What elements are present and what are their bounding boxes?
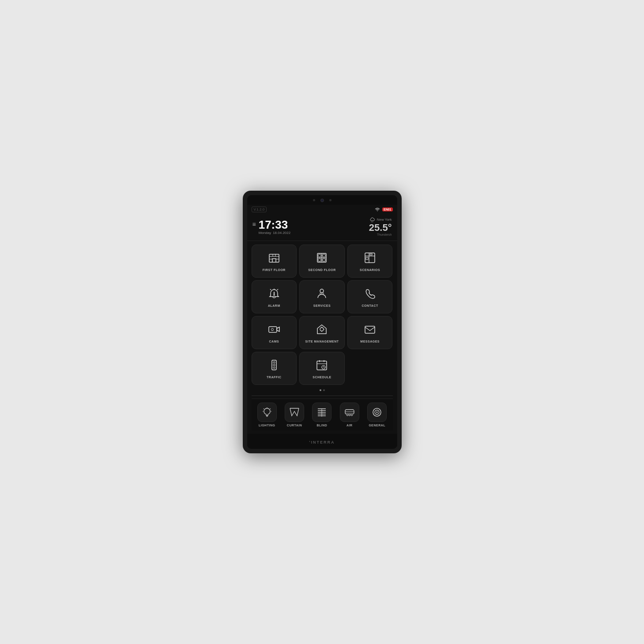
svg-point-31	[320, 328, 324, 331]
header-section: ≡ 17:33 Monday 18.04.2022	[247, 215, 397, 241]
device-frame: V.1.2.0 EN01 ≡ 17:33 Monda	[243, 191, 402, 453]
air-icon	[340, 403, 359, 422]
svg-point-34	[273, 362, 275, 363]
lighting-icon	[257, 403, 277, 422]
svg-rect-13	[323, 254, 325, 257]
curtain-icon	[285, 403, 304, 422]
app-first-floor[interactable]: FIRST FLOOR	[252, 245, 297, 278]
svg-line-46	[270, 409, 271, 409]
app-services[interactable]: SERVICES	[299, 280, 345, 313]
svg-point-35	[273, 364, 275, 366]
blind-label: BLIND	[317, 424, 328, 427]
scenarios-icon	[364, 252, 376, 266]
clock-time: 17:33	[259, 219, 291, 230]
svg-rect-20	[370, 254, 372, 255]
main-content: FIRST FLOOR SECOND	[247, 241, 397, 434]
scenarios-label: SCENARIOS	[360, 268, 380, 271]
traffic-icon	[268, 359, 280, 373]
camera-bar	[247, 195, 397, 205]
alarm-label: ALARM	[268, 304, 280, 307]
weather-section: New York 25.5° Thundersh	[369, 217, 392, 236]
status-icons: EN01	[374, 207, 393, 213]
messages-label: MESSAGES	[360, 340, 380, 343]
messages-icon	[364, 323, 376, 337]
app-scenarios[interactable]: SCENARIOS	[347, 245, 393, 278]
app-second-floor[interactable]: SECOND FLOOR	[299, 245, 345, 278]
wifi-icon	[374, 207, 380, 213]
date-label: 18.04.2022	[273, 231, 290, 235]
svg-rect-32	[365, 326, 375, 333]
svg-rect-15	[323, 259, 325, 261]
app-site-management[interactable]: SITE MANAGEMENT	[299, 316, 345, 349]
divider	[252, 395, 393, 396]
traffic-label: TRAFFIC	[267, 376, 281, 379]
lighting-label: LIGHTING	[259, 424, 275, 427]
quick-air[interactable]: AIR	[340, 403, 359, 427]
alarm-icon	[268, 287, 280, 301]
svg-point-36	[273, 367, 275, 369]
camera-lens	[320, 199, 324, 202]
weather-description: Thundersh	[369, 233, 392, 236]
svg-line-24	[270, 289, 271, 290]
svg-rect-14	[318, 259, 321, 261]
svg-point-60	[377, 412, 378, 413]
second-floor-icon	[316, 252, 328, 266]
sensor-dot	[313, 199, 315, 201]
general-icon	[367, 403, 387, 422]
svg-rect-12	[318, 254, 321, 257]
device-screen: V.1.2.0 EN01 ≡ 17:33 Monda	[247, 195, 397, 449]
sensor-dot-2	[329, 199, 331, 201]
quick-lighting[interactable]: LIGHTING	[257, 403, 277, 427]
app-traffic[interactable]: TRAFFIC	[252, 352, 297, 385]
contact-icon	[364, 287, 376, 301]
app-messages[interactable]: MESSAGES	[347, 316, 393, 349]
quick-general[interactable]: GENERAL	[367, 403, 387, 427]
app-schedule[interactable]: SCHEDULE	[299, 352, 345, 385]
svg-rect-19	[366, 257, 368, 260]
second-floor-label: SECOND FLOOR	[308, 268, 335, 271]
city-label: New York	[377, 218, 392, 222]
first-floor-icon	[268, 252, 280, 266]
cams-icon	[268, 323, 280, 337]
svg-rect-3	[269, 254, 279, 262]
app-cams[interactable]: CAMS	[252, 316, 297, 349]
blind-icon	[312, 403, 331, 422]
quick-curtain[interactable]: CURTAIN	[285, 403, 304, 427]
svg-rect-37	[317, 361, 327, 370]
svg-point-30	[271, 328, 273, 331]
version-label: V.1.2.0	[252, 207, 267, 212]
apps-grid: FIRST FLOOR SECOND	[252, 245, 393, 385]
app-contact[interactable]: CONTACT	[347, 280, 393, 313]
menu-icon[interactable]: ≡	[252, 221, 256, 228]
svg-point-23	[274, 295, 275, 296]
svg-line-45	[264, 409, 264, 409]
status-bar: V.1.2.0 EN01	[247, 205, 397, 215]
quick-blind[interactable]: BLIND	[312, 403, 331, 427]
svg-point-58	[373, 408, 381, 416]
svg-point-26	[320, 289, 324, 293]
temperature-label: 25.5°	[369, 222, 392, 233]
site-management-label: SITE MANAGEMENT	[305, 340, 339, 343]
services-icon	[316, 287, 328, 301]
page-dot-2	[323, 389, 325, 391]
brand-name: 'INTERRA	[309, 440, 335, 444]
curtain-label: CURTAIN	[287, 424, 302, 427]
svg-point-59	[375, 410, 379, 414]
day-label: Monday	[259, 231, 271, 235]
page-dots	[252, 388, 393, 393]
schedule-label: SCHEDULE	[313, 376, 331, 379]
quick-bar: LIGHTING CURTAIN	[252, 399, 393, 430]
time-section: ≡ 17:33 Monday 18.04.2022	[252, 219, 291, 235]
page-dot-1	[320, 389, 321, 391]
time-block: 17:33 Monday 18.04.2022	[259, 219, 291, 235]
site-management-icon	[316, 323, 328, 337]
air-label: AIR	[346, 424, 353, 427]
empty-slot	[347, 352, 393, 385]
app-alarm[interactable]: ALARM	[252, 280, 297, 313]
contact-label: CONTACT	[362, 304, 378, 307]
services-label: SERVICES	[313, 304, 331, 307]
brand-bar: 'INTERRA	[247, 434, 397, 449]
svg-line-25	[277, 289, 278, 290]
cams-label: CAMS	[269, 340, 279, 343]
alert-badge: EN01	[382, 207, 393, 211]
